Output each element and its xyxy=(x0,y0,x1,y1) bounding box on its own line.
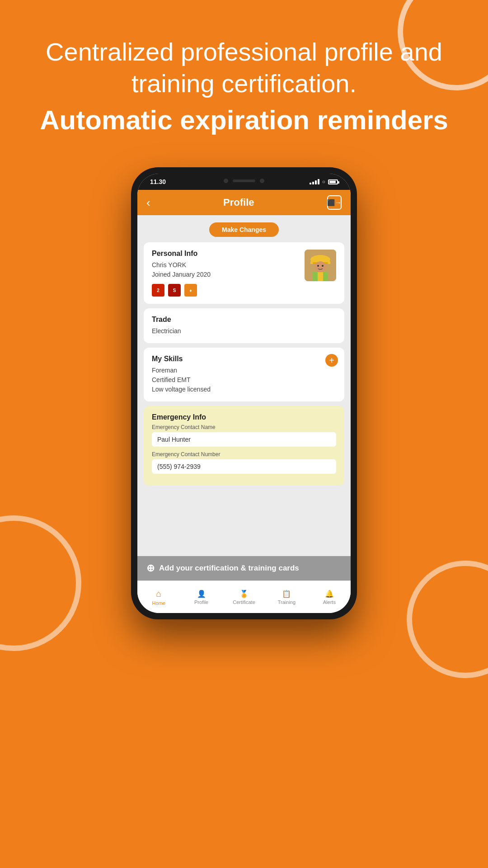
alerts-icon: 🔔 xyxy=(325,590,334,598)
emergency-contact-number-field[interactable]: (555) 974-2939 xyxy=(152,459,336,474)
deco-arc-bottom-left xyxy=(0,515,81,651)
trade-value: Electrician xyxy=(152,326,336,336)
badges-row: 2 S ♦ xyxy=(152,284,305,297)
battery-fill xyxy=(329,181,336,183)
nav-profile-label: Profile xyxy=(194,599,208,605)
svg-point-6 xyxy=(322,265,324,267)
status-time: 11.30 xyxy=(150,178,166,185)
phone-screen: 11.30 ○ xyxy=(137,174,351,613)
training-icon: 📋 xyxy=(282,590,291,598)
personal-name: Chris YORK xyxy=(152,260,305,270)
make-changes-button[interactable]: Make Changes xyxy=(209,222,279,237)
emergency-contact-name-field[interactable]: Paul Hunter xyxy=(152,432,336,447)
skill-2: Certified EMT xyxy=(152,375,336,385)
badge-3: ♦ xyxy=(184,284,197,297)
nav-home[interactable]: ⌂ Home xyxy=(137,581,180,613)
badge-1: 2 xyxy=(152,284,164,297)
bottom-nav: ⌂ Home 👤 Profile 🏅 Certificate 📋 Trainin… xyxy=(137,580,351,613)
wifi-icon: ○ xyxy=(322,179,325,185)
share-icon: ⬛→ xyxy=(327,199,341,206)
certificate-icon: 🏅 xyxy=(239,590,249,598)
emergency-contact-name-label: Emergency Contact Name xyxy=(152,424,336,430)
personal-joined: Joined January 2020 xyxy=(152,270,305,279)
nav-alerts[interactable]: 🔔 Alerts xyxy=(308,581,351,613)
nav-training-label: Training xyxy=(278,599,296,605)
deco-arc-bottom-right xyxy=(407,561,488,678)
nav-alerts-label: Alerts xyxy=(323,599,336,605)
add-cert-icon: ⊕ xyxy=(146,562,155,574)
header-title: Profile xyxy=(223,197,254,208)
personal-info-left: Personal Info Chris YORK Joined January … xyxy=(152,250,305,297)
nav-certificate[interactable]: 🏅 Certificate xyxy=(223,581,265,613)
skills-title: My Skills xyxy=(152,355,336,363)
make-changes-wrap: Make Changes xyxy=(137,215,351,242)
trade-card: Trade Electrician xyxy=(144,308,344,343)
app-content: Make Changes Personal Info Chris YORK Jo… xyxy=(137,215,351,580)
signal-icon xyxy=(310,179,319,184)
phone-mockup: 11.30 ○ xyxy=(131,167,357,619)
camera xyxy=(224,179,228,183)
personal-card-inner: Personal Info Chris YORK Joined January … xyxy=(152,250,336,297)
skill-3: Low voltage licensed xyxy=(152,385,336,394)
avatar xyxy=(305,250,336,281)
trade-title: Trade xyxy=(152,316,336,324)
svg-point-5 xyxy=(317,265,319,267)
nav-certificate-label: Certificate xyxy=(233,599,255,605)
svg-rect-8 xyxy=(318,272,323,281)
nav-profile[interactable]: 👤 Profile xyxy=(180,581,222,613)
home-icon: ⌂ xyxy=(156,589,161,599)
skills-card: My Skills + Foreman Certified EMT Low vo… xyxy=(144,348,344,401)
badge-2: S xyxy=(168,284,181,297)
profile-icon: 👤 xyxy=(197,590,206,598)
emergency-title: Emergency Info xyxy=(152,413,336,421)
speaker xyxy=(233,179,255,182)
svg-point-4 xyxy=(315,261,326,272)
hero-section: Centralized professional profile and tra… xyxy=(0,36,488,137)
back-button[interactable]: ‹ xyxy=(146,196,150,210)
app-header: ‹ Profile ⬛→ xyxy=(137,190,351,215)
personal-info-title: Personal Info xyxy=(152,250,305,258)
sensor xyxy=(260,179,264,183)
status-icons: ○ xyxy=(310,179,338,185)
status-bar: 11.30 ○ xyxy=(137,174,351,190)
add-skill-button[interactable]: + xyxy=(325,354,338,367)
emergency-contact-number-label: Emergency Contact Number xyxy=(152,451,336,458)
emergency-info-card: Emergency Info Emergency Contact Name Pa… xyxy=(144,406,344,486)
battery-icon xyxy=(328,179,338,184)
add-cert-banner[interactable]: ⊕ Add your certification & training card… xyxy=(137,556,351,580)
personal-info-card: Personal Info Chris YORK Joined January … xyxy=(144,242,344,304)
hero-bold: Automatic expiration reminders xyxy=(27,104,461,137)
share-button[interactable]: ⬛→ xyxy=(327,195,342,210)
nav-training[interactable]: 📋 Training xyxy=(265,581,308,613)
notch xyxy=(208,174,280,188)
nav-home-label: Home xyxy=(152,600,165,606)
phone-frame: 11.30 ○ xyxy=(131,167,357,619)
add-cert-text: Add your certification & training cards xyxy=(159,564,299,573)
skill-1: Foreman xyxy=(152,366,336,375)
hero-subtitle: Centralized professional profile and tra… xyxy=(27,36,461,99)
